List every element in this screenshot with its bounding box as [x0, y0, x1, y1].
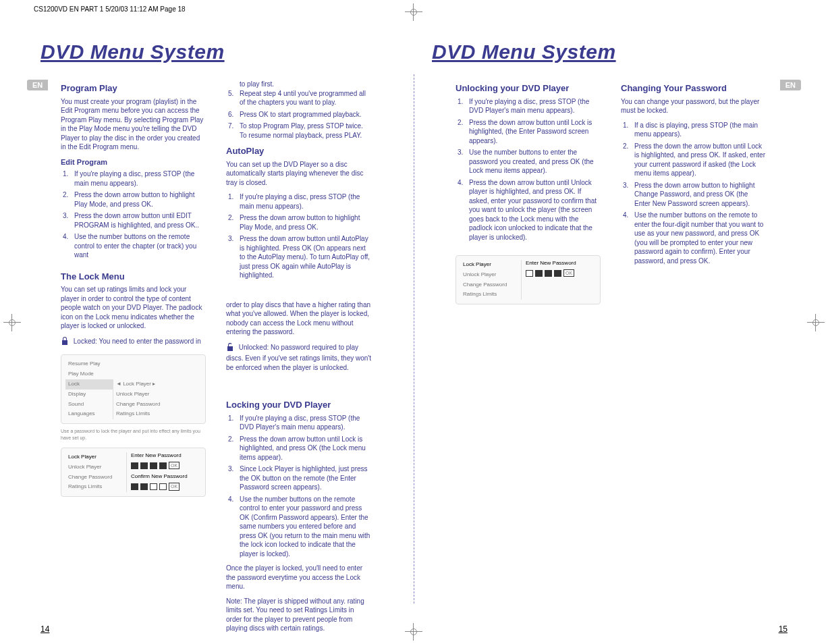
heading-autoplay: AutoPlay	[226, 145, 371, 157]
heading-edit-program: Edit Program	[61, 157, 206, 167]
text: Once the player is locked, you'll need t…	[226, 564, 371, 591]
list-item: Press the down arrow button until AutoPl…	[236, 234, 371, 280]
list-item: If you're playing a disc, press STOP (th…	[70, 169, 206, 188]
list-item: Use the number buttons on the remote con…	[236, 495, 371, 559]
menu-screenshot-3: Lock Player Unlock Player Change Passwor…	[456, 255, 601, 304]
menu-screenshot-2: Lock Player Unlock Player Change Passwor…	[61, 448, 206, 497]
right-col-2: Changing Your Password You can change yo…	[621, 80, 766, 271]
menu-screenshot-1: Resume Play Play Mode Lock◄ Lock Player …	[61, 354, 206, 424]
page-title-left: DVD Menu System	[40, 41, 225, 63]
list-item: If you're playing a disc, press STOP (th…	[236, 414, 371, 432]
text-note: Note: The player is shipped without any.…	[226, 597, 371, 633]
list-item: Use the number buttons to enter the pass…	[465, 148, 601, 176]
lock-icon	[61, 336, 69, 348]
text: You can set up the DVD Player so a disc …	[226, 160, 371, 188]
text-locked: Locked: You need to enter the password i…	[61, 336, 206, 348]
text: You can set up ratings limits and lock y…	[61, 285, 206, 331]
list-item: Press the down arrow button until Lock i…	[465, 118, 601, 146]
page-number-left: 14	[40, 624, 49, 634]
list-item: Press OK to start programmed playback.	[236, 110, 371, 119]
text: order to play discs that have a higher r…	[226, 300, 371, 337]
crop-mark-icon	[3, 314, 21, 331]
crop-mark-icon	[807, 314, 825, 331]
heading-locking: Locking your DVD Player	[226, 399, 371, 411]
list-item: Use the number buttons on the remote to …	[630, 211, 766, 265]
page-title-right: DVD Menu System	[432, 41, 616, 63]
lang-tab-left: EN	[27, 80, 48, 90]
unlock-icon	[226, 342, 234, 354]
text: You must create your program (playlist) …	[61, 97, 206, 152]
left-col-2: to play first. Repeat step 4 until you'v…	[226, 80, 371, 639]
page-divider	[414, 74, 414, 603]
list-item: If a disc is playing, press STOP (the ma…	[630, 121, 766, 139]
list-item: Repeat step 4 until you've programmed al…	[236, 89, 371, 107]
list-item: Press the down arrow button until Lock i…	[236, 435, 371, 462]
heading-program-play: Program Play	[61, 82, 206, 95]
list-item: Press the down arrow button to highlight…	[236, 213, 371, 232]
heading-changing: Changing Your Password	[621, 82, 766, 95]
header-line: CS1200VD EN PART 1 5/20/03 11:12 AM Page…	[34, 5, 186, 13]
left-col-1: Program Play You must create your progra…	[61, 80, 206, 497]
crop-mark-icon	[405, 623, 422, 641]
list-item: Press the down the arrow button until Lo…	[630, 142, 766, 178]
list-item: Press the down arrow button until EDIT P…	[70, 211, 206, 230]
list-item: Use the number buttons on the remote con…	[70, 232, 206, 260]
list-item: If you're playing a disc, press STOP (th…	[465, 97, 601, 115]
heading-unlocking: Unlocking your DVD Player	[456, 82, 601, 95]
list-item: Press the down arrow button until Unlock…	[465, 178, 601, 242]
list-item: Since Lock Player is highlighted, just p…	[236, 464, 371, 492]
list-item: Press the down arrow button to highlight…	[70, 190, 206, 209]
text: to play first.	[240, 80, 371, 89]
heading-lock-menu: The Lock Menu	[61, 271, 206, 283]
list-item: To stop Program Play, press STOP twice. …	[236, 122, 371, 140]
menu-hint: Use a password to lock the player and pu…	[61, 428, 206, 441]
page-number-right: 15	[779, 624, 788, 634]
text-unlocked: Unlocked: No password required to play d…	[226, 342, 371, 373]
right-col-1: Unlocking your DVD Player If you're play…	[456, 80, 601, 304]
list-item: If you're playing a disc, press STOP (th…	[236, 192, 371, 211]
text: You can change your password, but the pl…	[621, 97, 766, 115]
crop-mark-icon	[405, 3, 422, 21]
lang-tab-right: EN	[780, 80, 801, 90]
list-item: Press the down arrow button to highlight…	[630, 181, 766, 209]
